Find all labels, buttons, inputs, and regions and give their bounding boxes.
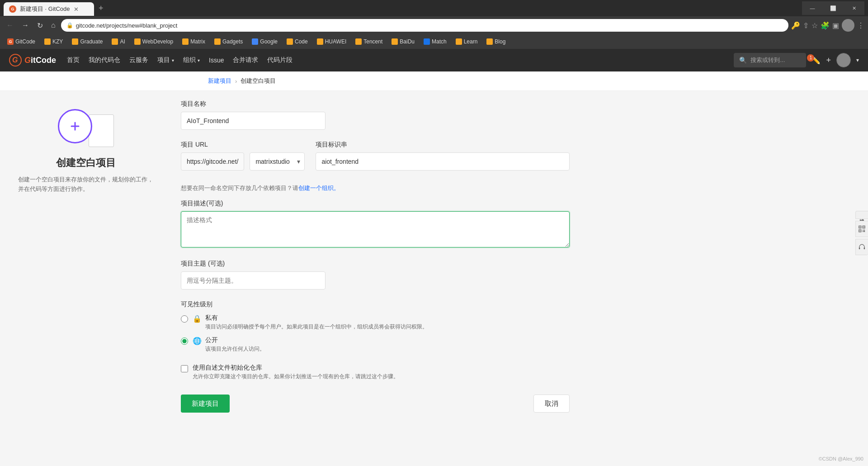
- profile-avatar[interactable]: [842, 19, 854, 32]
- bookmark-label: BaiDu: [400, 38, 415, 45]
- topic-input[interactable]: [181, 271, 326, 290]
- bookmark-label: WebDevelop: [142, 38, 173, 45]
- extension-icon[interactable]: 🧩: [821, 21, 830, 30]
- close-button[interactable]: ✕: [844, 1, 864, 15]
- private-radio[interactable]: [181, 315, 188, 323]
- nav-snippet[interactable]: 代码片段: [267, 56, 292, 64]
- gadgets-favicon: [214, 38, 221, 45]
- bookmark-label: Learn: [464, 38, 478, 45]
- url-text: gitcode.net/projects/new#blank_project: [76, 22, 178, 29]
- bookmark-kzy[interactable]: KZY: [41, 38, 66, 46]
- bookmark-huawei[interactable]: HUAWEI: [313, 38, 350, 46]
- logo-g: G: [24, 56, 31, 65]
- bookmark-ai[interactable]: AI: [108, 38, 128, 46]
- svg-rect-9: [860, 230, 861, 231]
- logo[interactable]: G GitCode: [9, 54, 56, 67]
- svg-rect-7: [863, 227, 864, 228]
- bookmark-matrix[interactable]: Matrix: [179, 38, 209, 46]
- feedback-button[interactable]: 反馈建议: [855, 211, 868, 219]
- maximize-button[interactable]: ⬜: [823, 1, 844, 15]
- new-tab-button[interactable]: +: [96, 4, 106, 13]
- minimize-button[interactable]: —: [802, 1, 823, 15]
- bookmarks-bar: G GitCode KZY Graduate AI WebDevelop Mat…: [0, 34, 868, 49]
- close-tab-icon[interactable]: ✕: [74, 6, 79, 13]
- namespace-select[interactable]: matrixstudio: [250, 152, 305, 171]
- webdev-favicon: [134, 38, 141, 45]
- nav-projects[interactable]: 项目 ▾: [157, 56, 174, 64]
- bookmark-graduate[interactable]: Graduate: [68, 38, 106, 46]
- form-panel: 项目名称 项目 URL https://gitcode.net/ matrixs…: [172, 100, 588, 431]
- init-repo-option: 使用自述文件初始化仓库 允许你立即克隆这个项目的仓库。如果你计划推送一个现有的仓…: [181, 364, 570, 380]
- description-textarea[interactable]: [181, 211, 570, 247]
- topic-group: 项目主题 (可选): [181, 260, 570, 290]
- qr-button[interactable]: [855, 221, 868, 237]
- nav-cloud[interactable]: 云服务: [129, 56, 148, 64]
- init-checkbox-title: 使用自述文件初始化仓库: [193, 364, 399, 372]
- bookmark-label: GitCode: [15, 38, 35, 45]
- sidebar-icon[interactable]: ▣: [832, 21, 839, 30]
- breadcrumb-parent[interactable]: 新建项目: [208, 77, 231, 85]
- bookmark-baidu[interactable]: BaiDu: [388, 38, 418, 46]
- project-slug-input[interactable]: [316, 152, 570, 171]
- bookmark-icon[interactable]: ☆: [811, 21, 818, 30]
- url-slug-row: 项目 URL https://gitcode.net/ matrixstudio…: [181, 141, 570, 181]
- active-tab[interactable]: G 新建项目 · GitCode ✕: [4, 2, 94, 16]
- create-project-button[interactable]: 新建项目: [181, 395, 230, 413]
- plus-icon[interactable]: +: [826, 56, 831, 65]
- project-slug-label: 项目标识串: [316, 141, 570, 149]
- lock-icon: 🔒: [193, 314, 202, 323]
- bookmark-webdevelop[interactable]: WebDevelop: [131, 38, 177, 46]
- share-icon[interactable]: ⇧: [803, 21, 809, 30]
- description-label: 项目描述(可选): [181, 200, 570, 208]
- refresh-button[interactable]: ↻: [34, 19, 46, 32]
- menu-icon[interactable]: ⋮: [857, 21, 864, 30]
- bookmark-blog[interactable]: Blog: [483, 38, 509, 46]
- bookmark-google[interactable]: Google: [248, 38, 281, 46]
- bookmark-label: Code: [295, 38, 308, 45]
- bookmark-gitcode[interactable]: G GitCode: [4, 38, 39, 46]
- nav-merge[interactable]: 合并请求: [233, 56, 258, 64]
- hint-link[interactable]: 创建一个组织。: [298, 185, 340, 191]
- lock-icon: 🔒: [66, 22, 73, 29]
- nav-issue[interactable]: Issue: [209, 57, 224, 64]
- paper-icon: [89, 114, 114, 147]
- svg-rect-15: [864, 247, 865, 249]
- google-favicon: [252, 38, 258, 45]
- public-radio[interactable]: [181, 338, 188, 345]
- headset-button[interactable]: [855, 239, 868, 255]
- init-checkbox-desc: 允许你立即克隆这个项目的仓库。如果你计划推送一个现有的仓库，请跳过这个步骤。: [193, 373, 399, 380]
- form-actions: 新建项目 取消: [181, 395, 570, 413]
- init-repo-checkbox[interactable]: [181, 365, 188, 372]
- bookmark-code[interactable]: Code: [283, 38, 311, 46]
- forward-button[interactable]: →: [19, 19, 32, 31]
- gitcode-favicon: G: [7, 38, 14, 45]
- url-group: https://gitcode.net/ matrixstudio ▾: [181, 152, 305, 171]
- back-button[interactable]: ←: [4, 19, 16, 31]
- home-button[interactable]: ⌂: [48, 19, 58, 31]
- watermark: ©CSDN @Alex_990: [819, 456, 863, 461]
- project-name-input[interactable]: [181, 112, 326, 130]
- bookmark-tencent[interactable]: Tencent: [352, 38, 386, 46]
- visibility-section: 可见性级别 🔒 私有 项目访问必须明确授予每个用户。如果此项目是在一个组织中，组…: [181, 300, 570, 353]
- address-bar[interactable]: 🔒 gitcode.net/projects/new#blank_project: [61, 19, 788, 32]
- description-group: 项目描述(可选): [181, 200, 570, 249]
- matrix-favicon: [182, 38, 189, 45]
- header-right: 🔍 搜索或转到... ✏️ 1 + ▾: [734, 53, 859, 67]
- bookmark-label: Matrix: [190, 38, 205, 45]
- nav-org[interactable]: 组织 ▾: [183, 56, 200, 64]
- user-dropdown-icon[interactable]: ▾: [856, 57, 859, 63]
- nav-home[interactable]: 首页: [67, 56, 80, 64]
- svg-rect-13: [864, 231, 865, 232]
- bookmark-gadgets[interactable]: Gadgets: [211, 38, 246, 46]
- bookmark-learn[interactable]: Learn: [452, 38, 481, 46]
- bookmark-match[interactable]: Match: [420, 38, 450, 46]
- cancel-button[interactable]: 取消: [533, 395, 570, 413]
- tab-favicon: G: [9, 5, 16, 13]
- notification-badge: 1: [807, 54, 814, 62]
- topic-label: 项目主题 (可选): [181, 260, 570, 268]
- nav-repos[interactable]: 我的代码仓: [89, 56, 120, 64]
- user-avatar[interactable]: [836, 53, 851, 67]
- search-box[interactable]: 🔍 搜索或转到...: [734, 53, 806, 67]
- breadcrumb-separator: ›: [235, 78, 237, 85]
- visibility-label: 可见性级别: [181, 300, 570, 309]
